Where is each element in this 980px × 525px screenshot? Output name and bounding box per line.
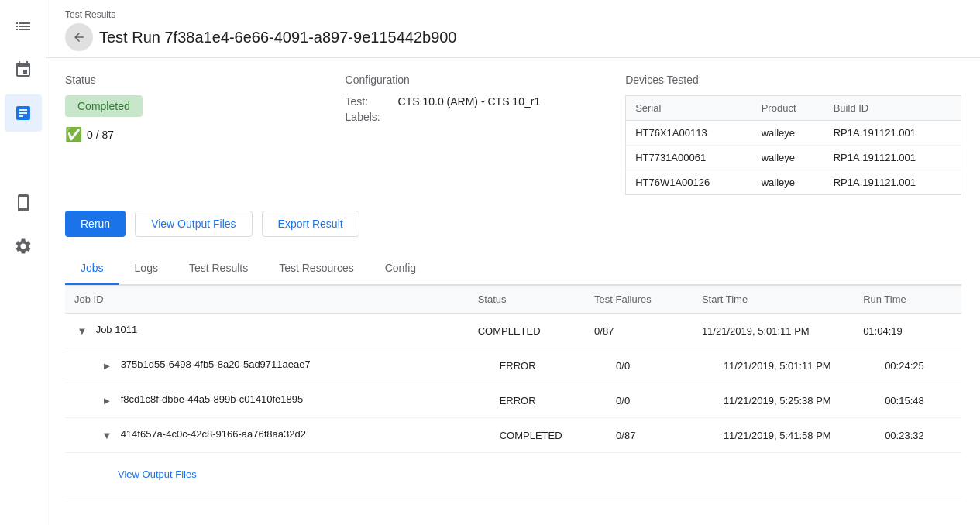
tab-jobs[interactable]: Jobs xyxy=(65,252,119,285)
expand-icon[interactable]: ▼ xyxy=(74,323,90,338)
jobs-col-id: Job ID xyxy=(65,286,469,314)
job-row: ▼ Job 1011 COMPLETED 0/87 11/21/2019, 5:… xyxy=(65,314,961,348)
job-run-cell: 01:04:19 xyxy=(854,314,961,348)
job-row: ▼ 414f657a-4c0c-42c8-9166-aa76f8aa32d2 C… xyxy=(65,418,961,453)
job-failures-cell: 0/0 xyxy=(585,348,693,383)
device-row: HT76W1A00126 walleye RP1A.191121.001 xyxy=(626,170,961,195)
tab-content: Job ID Status Test Failures Start Time R… xyxy=(65,285,961,496)
jobs-table: Job ID Status Test Failures Start Time R… xyxy=(65,285,961,496)
device-serial: HT76W1A00126 xyxy=(626,170,752,195)
info-section: Status Completed ✅ 0 / 87 Configuration … xyxy=(65,74,961,195)
sidebar-item-calendar[interactable] xyxy=(5,51,42,88)
view-output-button[interactable]: View Output Files xyxy=(135,211,252,237)
job-run-cell: 00:24:25 xyxy=(854,348,961,383)
expand-icon[interactable]: ▼ xyxy=(99,427,115,443)
device-row: HT76X1A00113 walleye RP1A.191121.001 xyxy=(626,121,961,146)
job-status-cell: ERROR xyxy=(469,348,585,383)
job-id-cell: ► f8cd1c8f-dbbe-44a5-899b-c01410fe1895 xyxy=(65,383,469,418)
device-product: walleye xyxy=(752,146,824,170)
tab-config[interactable]: Config xyxy=(370,252,432,285)
device-serial: HT76X1A00113 xyxy=(626,121,752,146)
breadcrumb: Test Results xyxy=(65,9,961,20)
view-output-row: View Output Files xyxy=(65,453,961,496)
pass-count-value: 0 / 87 xyxy=(87,129,114,141)
devices-label: Devices Tested xyxy=(625,74,961,86)
job-start-cell: 11/21/2019, 5:41:58 PM xyxy=(693,418,854,453)
job-start-cell: 11/21/2019, 5:01:11 PM xyxy=(693,348,854,383)
view-output-cell: View Output Files xyxy=(65,453,961,496)
view-output-link[interactable]: View Output Files xyxy=(74,462,952,486)
devices-col-serial: Serial xyxy=(626,96,752,121)
sidebar-item-settings[interactable] xyxy=(5,228,42,265)
content-area: Status Completed ✅ 0 / 87 Configuration … xyxy=(46,58,980,525)
tab-logs[interactable]: Logs xyxy=(119,252,174,285)
job-start-cell: 11/21/2019, 5:25:38 PM xyxy=(693,383,854,418)
job-id-value: f8cd1c8f-dbbe-44a5-899b-c01410fe1895 xyxy=(121,393,304,405)
config-label: Configuration xyxy=(346,74,626,86)
device-build: RP1A.191121.001 xyxy=(824,121,961,146)
devices-col-product: Product xyxy=(752,96,824,121)
action-buttons: Rerun View Output Files Export Result xyxy=(65,211,961,237)
device-product: walleye xyxy=(752,121,824,146)
config-labels-key: Labels: xyxy=(346,111,392,123)
back-button[interactable] xyxy=(65,23,93,51)
page-header: Test Results Test Run 7f38a1e4-6e66-4091… xyxy=(46,0,980,58)
jobs-col-status: Status xyxy=(469,286,585,314)
job-id-value: 414f657a-4c0c-42c8-9166-aa76f8aa32d2 xyxy=(121,428,306,440)
expand-icon[interactable]: ► xyxy=(99,358,115,373)
devices-section: Devices Tested Serial Product Build ID H… xyxy=(625,74,961,195)
jobs-col-run: Run Time xyxy=(854,286,961,314)
pass-count: ✅ 0 / 87 xyxy=(65,126,346,143)
job-id-cell: ▼ Job 1011 xyxy=(65,314,469,348)
jobs-col-failures: Test Failures xyxy=(585,286,693,314)
tabs-bar: JobsLogsTest ResultsTest ResourcesConfig xyxy=(65,252,961,285)
job-row: ► f8cd1c8f-dbbe-44a5-899b-c01410fe1895 E… xyxy=(65,383,961,418)
job-id-value: Job 1011 xyxy=(96,324,138,335)
job-start-cell: 11/21/2019, 5:01:11 PM xyxy=(693,314,854,348)
job-status-cell: COMPLETED xyxy=(469,314,585,348)
device-product: walleye xyxy=(752,170,824,195)
status-badge: Completed xyxy=(65,95,143,117)
page-title: Test Run 7f38a1e4-6e66-4091-a897-9e11544… xyxy=(99,29,457,46)
main-content: Test Results Test Run 7f38a1e4-6e66-4091… xyxy=(46,0,980,525)
device-row: HT7731A00061 walleye RP1A.191121.001 xyxy=(626,146,961,170)
job-id-value: 375b1d55-6498-4fb5-8a20-5ad9711aeae7 xyxy=(121,359,311,370)
config-labels-row: Labels: xyxy=(346,111,626,123)
config-test-row: Test: CTS 10.0 (ARM) - CTS 10_r1 xyxy=(346,95,626,108)
export-result-button[interactable]: Export Result xyxy=(262,211,359,237)
expand-icon[interactable]: ► xyxy=(99,393,115,408)
job-failures-cell: 0/87 xyxy=(585,418,693,453)
config-test-key: Test: xyxy=(346,95,392,108)
pass-icon: ✅ xyxy=(65,126,82,143)
job-id-cell: ► 375b1d55-6498-4fb5-8a20-5ad9711aeae7 xyxy=(65,348,469,383)
device-serial: HT7731A00061 xyxy=(626,146,752,170)
rerun-button[interactable]: Rerun xyxy=(65,211,126,237)
status-label: Status xyxy=(65,74,346,86)
job-id-cell: ▼ 414f657a-4c0c-42c8-9166-aa76f8aa32d2 xyxy=(65,418,469,453)
job-row: ► 375b1d55-6498-4fb5-8a20-5ad9711aeae7 E… xyxy=(65,348,961,383)
status-section: Status Completed ✅ 0 / 87 xyxy=(65,74,346,195)
device-build: RP1A.191121.001 xyxy=(824,170,961,195)
devices-col-build: Build ID xyxy=(824,96,961,121)
jobs-col-start: Start Time xyxy=(693,286,854,314)
job-run-cell: 00:23:32 xyxy=(854,418,961,453)
config-section: Configuration Test: CTS 10.0 (ARM) - CTS… xyxy=(346,74,626,195)
job-failures-cell: 0/87 xyxy=(585,314,693,348)
config-test-val: CTS 10.0 (ARM) - CTS 10_r1 xyxy=(398,95,541,108)
devices-table: Serial Product Build ID HT76X1A00113 wal… xyxy=(625,95,961,195)
sidebar xyxy=(0,0,46,525)
title-row: Test Run 7f38a1e4-6e66-4091-a897-9e11544… xyxy=(65,23,961,51)
tab-test-resources[interactable]: Test Resources xyxy=(263,252,369,285)
sidebar-item-chart[interactable] xyxy=(5,94,42,132)
job-failures-cell: 0/0 xyxy=(585,383,693,418)
job-status-cell: ERROR xyxy=(469,383,585,418)
device-build: RP1A.191121.001 xyxy=(824,146,961,170)
sidebar-item-list[interactable] xyxy=(5,8,42,45)
sidebar-item-device[interactable] xyxy=(5,184,42,221)
job-run-cell: 00:15:48 xyxy=(854,383,961,418)
job-status-cell: COMPLETED xyxy=(469,418,585,453)
tab-test-results[interactable]: Test Results xyxy=(174,252,263,285)
